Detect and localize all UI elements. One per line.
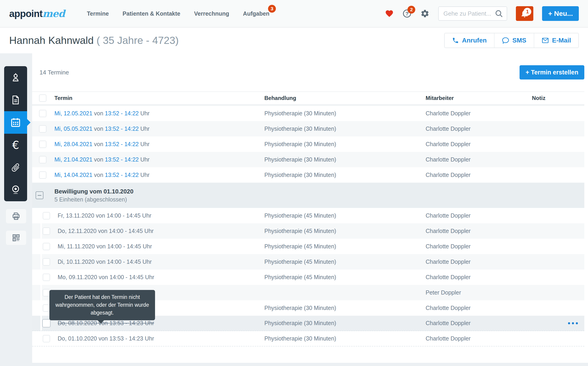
table-row[interactable]: Do, 01.10.2020 von 13:53 - 14:23 UhrPhys…	[32, 331, 584, 346]
row-checkbox-cell	[32, 212, 54, 219]
nav-item-verrechnung[interactable]: Verrechnung	[194, 10, 229, 17]
row-checkbox-cell	[32, 141, 54, 148]
nav-item-patienten-kontakte[interactable]: Patienten & Kontakte	[123, 10, 180, 17]
appointment-time-link: 14:00 - 14:45	[110, 274, 143, 280]
row-checkbox[interactable]	[39, 110, 46, 117]
row-checkbox[interactable]	[43, 228, 50, 235]
behandlung-cell: Physiotherapie (30 Minuten)	[264, 156, 426, 163]
nav-item-termine[interactable]: Termine	[87, 10, 109, 17]
appointment-date-link[interactable]: Mi, 12.05.2021	[54, 110, 92, 116]
behandlung-cell: Physiotherapie (30 Minuten)	[264, 172, 426, 178]
table-row[interactable]: Mo, 09.11.2020 von 14:00 - 14:45 UhrPhys…	[32, 269, 584, 285]
sidebar-item-billing[interactable]: €	[4, 134, 27, 156]
help-count-badge: 2	[407, 6, 415, 14]
column-header-behandlung[interactable]: Behandlung	[264, 95, 426, 101]
row-checkbox[interactable]	[43, 289, 50, 296]
row-checkbox[interactable]	[43, 258, 50, 266]
create-appointment-button[interactable]: + Termin erstellen	[520, 65, 584, 79]
table-row[interactable]: Mi, 28.04.2021 von 13:52 - 14:22 UhrPhys…	[32, 137, 584, 152]
patient-sidebar: €	[4, 66, 27, 201]
appointment-group-header: Bewilligung vom 01.10.20205 Einheiten (a…	[32, 183, 584, 208]
mitarbeiter-cell: Charlotte Doppler	[426, 110, 532, 117]
call-button[interactable]: Anrufen	[445, 33, 494, 47]
row-checkbox[interactable]	[43, 212, 50, 219]
notifications-count-badge: 1	[523, 8, 531, 16]
appointment-time-link[interactable]: 13:52 - 14:22	[105, 156, 139, 163]
appointment-date-link[interactable]: Mi, 28.04.2021	[54, 141, 92, 147]
favorites-heart-icon[interactable]	[385, 9, 394, 18]
help-icon[interactable]: ? 2	[402, 9, 412, 18]
appointment-time-link: 14:00 - 14:45	[107, 259, 141, 265]
qr-code-button[interactable]	[6, 231, 26, 245]
print-button[interactable]	[6, 209, 26, 223]
new-button[interactable]: + Neu...	[542, 6, 579, 21]
appointment-date-link[interactable]: Mi, 21.04.2021	[54, 156, 92, 163]
search-icon[interactable]	[495, 9, 503, 18]
patient-search-input[interactable]	[443, 10, 492, 17]
table-row[interactable]: Mi, 21.04.2021 von 13:52 - 14:22 UhrPhys…	[32, 152, 584, 167]
row-checkbox[interactable]	[43, 274, 50, 281]
row-checkbox[interactable]	[39, 171, 46, 179]
app-logo[interactable]: appointmed	[9, 8, 65, 19]
mitarbeiter-cell: Charlotte Doppler	[426, 212, 532, 219]
sidebar-item-documents[interactable]	[4, 89, 27, 111]
select-all-checkbox[interactable]	[39, 94, 46, 102]
sidebar-item-attachments[interactable]	[4, 156, 27, 179]
row-checkbox-cell	[32, 228, 54, 235]
sidebar-item-appointments[interactable]	[4, 111, 27, 134]
row-checkbox[interactable]	[39, 156, 46, 163]
table-row[interactable]: Do, 12.11.2020 von 14:00 - 14:45 UhrPhys…	[32, 223, 584, 239]
collapse-group-button[interactable]	[36, 191, 43, 199]
row-checkbox[interactable]	[39, 125, 46, 133]
appointment-time-link[interactable]: 13:52 - 14:22	[105, 110, 139, 116]
behandlung-cell: Physiotherapie (30 Minuten)	[264, 320, 426, 327]
table-row[interactable]: Fr, 13.11.2020 von 14:00 - 14:45 UhrPhys…	[32, 208, 584, 223]
email-button[interactable]: E-Mail	[534, 33, 578, 47]
table-row[interactable]: Mi, 12.05.2021 von 13:52 - 14:22 UhrPhys…	[32, 106, 584, 121]
row-checkbox[interactable]	[43, 335, 50, 342]
termin-uhr-word: Uhr	[141, 259, 151, 265]
sidebar-item-video[interactable]	[4, 179, 27, 201]
appointments-toolbar: 14 Termine + Termin erstellen	[32, 53, 584, 92]
behandlung-cell: Physiotherapie (45 Minuten)	[264, 259, 426, 265]
appointment-time-link[interactable]: 13:52 - 14:22	[105, 141, 139, 147]
row-checkbox[interactable]	[43, 243, 50, 250]
termin-von-word: von	[92, 141, 105, 147]
mitarbeiter-cell: Charlotte Doppler	[426, 156, 532, 163]
appointment-date-link[interactable]: Mi, 14.04.2021	[54, 172, 92, 178]
row-actions-menu[interactable]	[568, 322, 578, 324]
column-header-mitarbeiter[interactable]: Mitarbeiter	[426, 95, 532, 101]
column-header-notiz[interactable]: Notiz	[532, 95, 584, 101]
appointment-date-link[interactable]: Mi, 05.05.2021	[54, 125, 92, 132]
row-checkbox[interactable]	[43, 305, 50, 312]
termin-cell: Fr, 13.11.2020 von 14:00 - 14:45 Uhr	[54, 212, 264, 219]
page-bottom-strip	[0, 363, 588, 366]
row-checkbox[interactable]	[42, 319, 51, 328]
sidebar-item-patient[interactable]	[4, 66, 27, 89]
column-header-termin[interactable]: Termin	[54, 95, 264, 101]
chat-bubble-icon	[502, 37, 509, 44]
mitarbeiter-cell: Charlotte Doppler	[426, 141, 532, 147]
termin-cell: Do, 01.10.2020 von 13:53 - 14:23 Uhr	[54, 335, 264, 342]
appointment-time-link: 13:53 - 14:23	[109, 320, 143, 326]
appointment-status-tooltip: Der Patient hat den Termin nicht wahrgen…	[49, 290, 155, 320]
gear-icon[interactable]	[420, 9, 430, 18]
table-row[interactable]: Mi, 14.04.2021 von 13:52 - 14:22 UhrPhys…	[32, 167, 584, 183]
table-row[interactable]: Mi, 11.11.2020 von 14:00 - 14:45 UhrPhys…	[32, 239, 584, 254]
sms-button[interactable]: SMS	[494, 33, 534, 47]
appointment-time-link[interactable]: 13:52 - 14:22	[105, 125, 139, 132]
nav-item-aufgaben[interactable]: Aufgaben 3	[243, 10, 269, 17]
termin-uhr-word: Uhr	[139, 110, 150, 116]
appointment-date-link: Do, 01.10.2020	[58, 335, 97, 342]
logo-part-med: med	[43, 8, 65, 19]
appointment-time-link[interactable]: 13:52 - 14:22	[105, 172, 139, 178]
table-row[interactable]: Mi, 05.05.2021 von 13:52 - 14:22 UhrPhys…	[32, 121, 584, 137]
notifications-button[interactable]: 1	[516, 6, 533, 21]
table-row[interactable]: Di, 10.11.2020 von 14:00 - 14:45 UhrPhys…	[32, 254, 584, 269]
termin-cell: Mo, 09.11.2020 von 14:00 - 14:45 Uhr	[54, 274, 264, 281]
behandlung-cell: Physiotherapie (30 Minuten)	[264, 305, 426, 311]
termin-uhr-word: Uhr	[139, 125, 150, 132]
termin-uhr-word: Uhr	[143, 320, 154, 326]
row-checkbox[interactable]	[39, 141, 46, 148]
row-checkbox-cell	[32, 274, 54, 281]
